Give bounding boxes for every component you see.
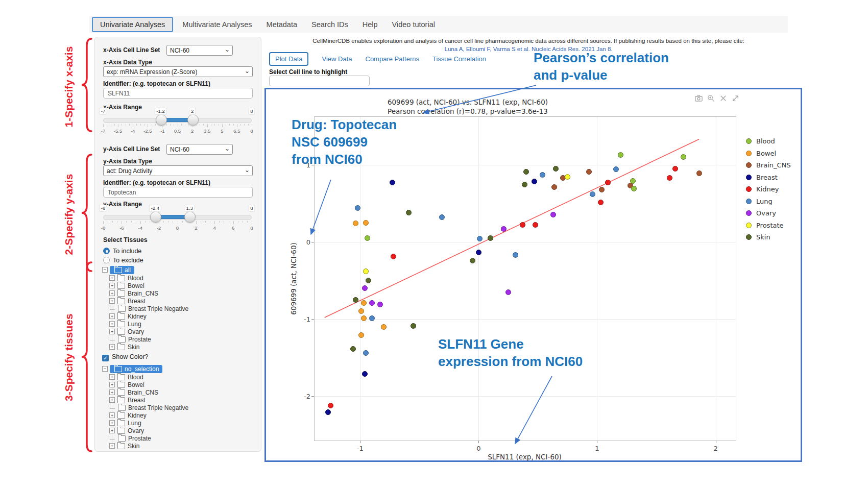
data-point-skin[interactable] xyxy=(523,169,529,175)
data-point-blood[interactable] xyxy=(365,235,370,241)
legend-item-ovary[interactable]: Ovary xyxy=(746,207,791,219)
zoom-in-icon[interactable] xyxy=(707,94,715,102)
data-point-breast[interactable] xyxy=(362,371,368,377)
data-point-kidney[interactable] xyxy=(672,166,678,172)
tree-item-breast-triple-negative[interactable]: Breast Triple Negative xyxy=(109,404,188,411)
tab-plot-data[interactable]: Plot Data xyxy=(269,52,308,66)
highlight-cell-line-input[interactable] xyxy=(269,76,370,86)
data-point-blood[interactable] xyxy=(630,178,636,184)
data-point-bowel[interactable] xyxy=(353,221,358,226)
close-icon[interactable] xyxy=(719,94,727,102)
radio-to-include[interactable]: To include xyxy=(103,246,141,255)
data-point-skin[interactable] xyxy=(488,235,493,241)
expand-icon[interactable]: + xyxy=(109,344,115,350)
camera-icon[interactable] xyxy=(695,94,703,102)
radio-to-exclude[interactable]: To exclude xyxy=(103,255,143,264)
tree-item-brain-cns[interactable]: +Brain_CNS xyxy=(109,388,158,396)
expand-icon[interactable]: + xyxy=(109,397,115,403)
expand-icon[interactable]: + xyxy=(109,382,115,387)
expand-icon[interactable]: + xyxy=(109,298,115,304)
legend-item-lung[interactable]: Lung xyxy=(746,196,791,208)
y-data-type-select[interactable]: act: Drug Activity⌄ xyxy=(103,165,253,176)
data-point-kidney[interactable] xyxy=(328,403,333,408)
expand-icon[interactable]: + xyxy=(109,420,115,426)
data-point-ovary[interactable] xyxy=(501,226,507,232)
tree-root-all[interactable]: −all xyxy=(102,266,134,274)
data-point-brain_cns[interactable] xyxy=(696,170,702,176)
expand-icon[interactable]: + xyxy=(109,321,115,327)
data-point-kidney[interactable] xyxy=(605,180,611,185)
tree-root-no_selection[interactable]: −no_selection xyxy=(102,365,162,373)
tree-item-lung[interactable]: +Lung xyxy=(109,419,141,427)
expand-icon[interactable]: + xyxy=(109,275,115,281)
tree-item-bowel[interactable]: +Bowel xyxy=(109,282,144,289)
x-range-slider[interactable]: -7-1.228-7-5.5-4-2.5-10.523.556.58 xyxy=(103,112,252,134)
data-point-blood[interactable] xyxy=(631,186,637,191)
tree-item-blood[interactable]: +Blood xyxy=(109,373,143,381)
pan-icon[interactable] xyxy=(732,94,739,102)
tree-item-prostate[interactable]: Prostate xyxy=(109,434,151,442)
data-point-bowel[interactable] xyxy=(363,220,369,226)
y-identifier-input[interactable]: Topotecan xyxy=(103,187,253,198)
expand-icon[interactable]: + xyxy=(109,313,115,319)
show-color-checkbox[interactable]: ✓Show Color? xyxy=(102,352,149,361)
data-point-lung[interactable] xyxy=(590,191,595,197)
collapse-icon[interactable]: − xyxy=(102,267,108,273)
tree-item-kidney[interactable]: +Kidney xyxy=(109,411,147,419)
y-cell-line-set-select[interactable]: NCI-60⌄ xyxy=(166,144,233,155)
legend-item-prostate[interactable]: Prostate xyxy=(746,219,791,232)
x-cell-line-set-select[interactable]: NCI-60⌄ xyxy=(166,45,233,56)
data-point-skin[interactable] xyxy=(470,258,475,263)
nav-item-video-tutorial[interactable]: Video tutorial xyxy=(385,20,442,29)
data-point-lung[interactable] xyxy=(513,252,518,258)
legend-item-bowel[interactable]: Bowel xyxy=(746,148,791,160)
data-point-ovary[interactable] xyxy=(369,300,375,306)
tree-item-skin[interactable]: +Skin xyxy=(109,343,139,351)
tree-item-lung[interactable]: +Lung xyxy=(109,320,141,328)
expand-icon[interactable]: + xyxy=(109,428,115,433)
tree-item-brain-cns[interactable]: +Brain_CNS xyxy=(109,289,158,297)
x-data-type-select[interactable]: exp: mRNA Expression (Z-Score)⌄ xyxy=(103,66,253,77)
tree-item-breast[interactable]: +Breast xyxy=(109,297,146,305)
data-point-kidney[interactable] xyxy=(391,254,396,259)
data-point-bowel[interactable] xyxy=(381,324,387,330)
tree-item-breast-triple-negative[interactable]: Breast Triple Negative xyxy=(109,305,188,312)
nav-item-multivariate-analyses[interactable]: Multivariate Analyses xyxy=(175,20,259,29)
collapse-icon[interactable]: − xyxy=(102,366,108,372)
legend-item-blood[interactable]: Blood xyxy=(746,135,791,148)
legend-item-skin[interactable]: Skin xyxy=(746,231,791,243)
data-point-skin[interactable] xyxy=(553,166,559,172)
tree-item-skin[interactable]: +Skin xyxy=(109,442,139,450)
tree-item-blood[interactable]: +Blood xyxy=(109,274,143,282)
data-point-blood[interactable] xyxy=(618,152,623,158)
data-point-ovary[interactable] xyxy=(505,289,511,295)
data-point-lung[interactable] xyxy=(540,172,545,178)
expand-icon[interactable]: + xyxy=(109,374,115,380)
nav-item-univariate-analyses[interactable]: Univariate Analyses xyxy=(92,17,173,32)
tree-item-breast[interactable]: +Breast xyxy=(109,396,146,404)
data-point-ovary[interactable] xyxy=(377,302,383,307)
data-point-bowel[interactable] xyxy=(361,315,367,321)
data-point-kidney[interactable] xyxy=(520,222,525,228)
expand-icon[interactable]: + xyxy=(109,412,115,418)
nav-item-search-ids[interactable]: Search IDs xyxy=(304,20,355,29)
data-point-bowel[interactable] xyxy=(361,300,367,306)
y-range-slider[interactable]: -8-2.41.38-8-6-4-202468 xyxy=(103,209,252,231)
data-point-skin[interactable] xyxy=(406,210,412,215)
legend-item-brain_cns[interactable]: Brain_CNS xyxy=(746,159,791,172)
x-identifier-input[interactable]: SLFN11 xyxy=(103,88,253,99)
data-point-skin[interactable] xyxy=(366,278,371,283)
tree-item-kidney[interactable]: +Kidney xyxy=(109,312,147,320)
tree-item-bowel[interactable]: +Bowel xyxy=(109,381,144,388)
expand-icon[interactable]: + xyxy=(109,283,115,288)
data-point-breast[interactable] xyxy=(390,180,395,185)
data-point-lung[interactable] xyxy=(439,214,445,220)
nav-item-help[interactable]: Help xyxy=(355,20,385,29)
data-point-skin[interactable] xyxy=(353,297,358,303)
expand-icon[interactable]: + xyxy=(109,443,115,449)
data-point-lung[interactable] xyxy=(369,315,375,321)
nav-item-metadata[interactable]: Metadata xyxy=(259,20,304,29)
data-point-brain_cns[interactable] xyxy=(599,187,605,192)
tab-compare-patterns[interactable]: Compare Patterns xyxy=(366,55,420,63)
legend-item-breast[interactable]: Breast xyxy=(746,172,791,184)
